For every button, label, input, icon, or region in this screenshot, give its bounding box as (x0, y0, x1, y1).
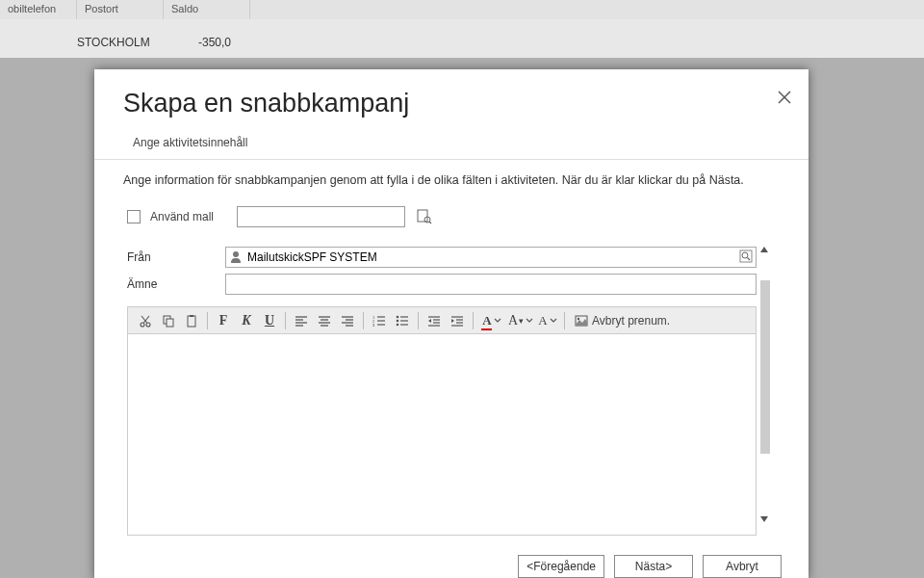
bold-button[interactable]: F (212, 310, 235, 331)
font-color-button[interactable]: A (477, 310, 506, 331)
unsubscribe-button[interactable]: Avbryt prenum. (569, 314, 676, 328)
use-template-checkbox[interactable] (127, 210, 141, 223)
col-mobiltelefon: obiltelefon (0, 0, 77, 19)
close-icon (778, 91, 791, 104)
italic-button[interactable]: K (235, 310, 258, 331)
underline-button[interactable]: U (258, 310, 281, 331)
next-button[interactable]: Nästa> (614, 555, 693, 578)
scroll-down-button[interactable] (758, 514, 774, 528)
from-label: Från (127, 250, 225, 264)
col-postort: Postort (77, 0, 164, 19)
from-input[interactable] (225, 247, 757, 268)
svg-point-50 (578, 317, 579, 319)
svg-rect-2 (418, 210, 427, 222)
editor-toolbar: F K U (127, 306, 757, 333)
scroll-thumb[interactable] (760, 280, 770, 454)
svg-point-7 (742, 252, 748, 258)
svg-rect-14 (167, 319, 173, 327)
scissors-icon (139, 314, 152, 328)
template-input[interactable] (237, 206, 405, 227)
grid-header: obiltelefon Postort Saldo (0, 0, 924, 19)
instruction-text: Ange information för snabbkampanjen geno… (94, 160, 808, 200)
person-icon (230, 250, 242, 263)
align-right-icon (341, 315, 354, 327)
col-saldo: Saldo (164, 0, 250, 19)
close-button[interactable] (778, 91, 791, 104)
font-family-button[interactable]: A (535, 310, 560, 331)
indent-button[interactable] (446, 310, 469, 331)
cut-button[interactable] (134, 310, 157, 331)
svg-line-8 (748, 258, 751, 261)
chevron-down-icon (550, 318, 557, 324)
image-icon (575, 315, 588, 327)
align-center-button[interactable] (313, 310, 336, 331)
dialog-title: Skapa en snabbkampanj (94, 89, 808, 128)
scroll-up-button[interactable] (758, 245, 774, 258)
background-grid: obiltelefon Postort Saldo STOCKHOLM -350… (0, 0, 924, 58)
svg-line-4 (429, 222, 431, 223)
indent-icon (450, 315, 464, 327)
cancel-button[interactable]: Avbryt (703, 555, 782, 578)
previous-button[interactable]: <Föregående (518, 555, 604, 578)
align-left-button[interactable] (290, 310, 313, 331)
outdent-icon (427, 315, 441, 327)
align-center-icon (318, 315, 331, 327)
svg-point-39 (397, 323, 399, 326)
paste-icon (185, 314, 198, 328)
lookup-icon (417, 209, 432, 224)
form-scrollbar[interactable] (757, 247, 776, 301)
font-size-button[interactable]: A ▾ (506, 310, 535, 331)
subject-label: Ämne (127, 277, 225, 291)
svg-point-35 (397, 315, 399, 318)
unsubscribe-label: Avbryt prenum. (592, 314, 670, 328)
unordered-list-button[interactable] (391, 310, 414, 331)
cell-postort: STOCKHOLM (77, 36, 164, 49)
template-lookup-button[interactable] (417, 209, 432, 224)
subject-input[interactable] (225, 274, 757, 295)
paste-button[interactable] (180, 310, 203, 331)
svg-point-5 (233, 251, 239, 257)
align-right-button[interactable] (336, 310, 359, 331)
cell-saldo: -350,0 (164, 36, 250, 49)
svg-rect-16 (190, 315, 193, 317)
use-template-label: Använd mall (150, 210, 214, 223)
step-label: Ange aktivitetsinnehåll (94, 128, 808, 159)
chevron-down-icon (494, 318, 501, 324)
ordered-list-button[interactable]: 1 2 3 (368, 310, 391, 331)
from-lookup-button[interactable] (739, 250, 753, 263)
svg-text:3: 3 (372, 323, 375, 327)
grid-row: STOCKHOLM -350,0 (0, 19, 924, 58)
unordered-list-icon (396, 315, 409, 327)
align-left-icon (295, 315, 308, 327)
quick-campaign-dialog: Skapa en snabbkampanj Ange aktivitetsinn… (94, 69, 808, 578)
outdent-button[interactable] (423, 310, 446, 331)
copy-icon (162, 314, 175, 328)
svg-rect-15 (188, 316, 195, 327)
svg-point-37 (397, 319, 399, 322)
rich-text-editor[interactable] (127, 333, 757, 536)
ordered-list-icon: 1 2 3 (372, 315, 386, 327)
copy-button[interactable] (157, 310, 180, 331)
chevron-down-icon (526, 318, 533, 324)
